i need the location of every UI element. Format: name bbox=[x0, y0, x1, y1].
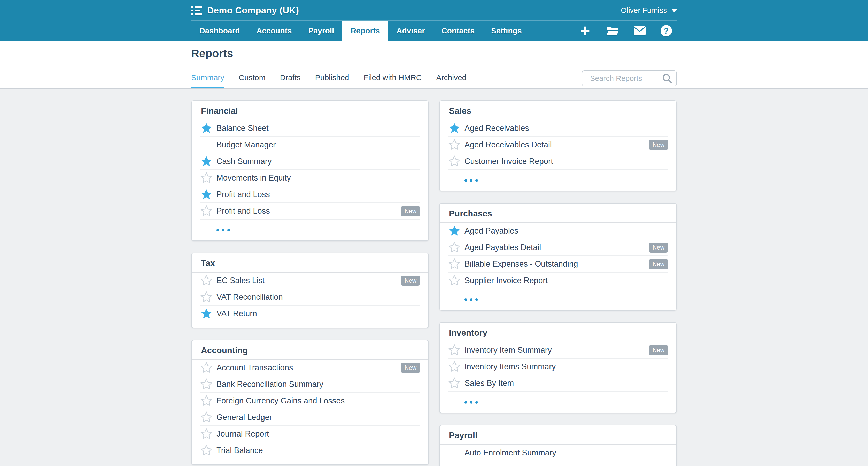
report-item-trial-balance[interactable]: Trial Balance bbox=[200, 442, 420, 459]
report-link[interactable]: Account Transactions bbox=[216, 363, 293, 372]
nav-item-dashboard[interactable]: Dashboard bbox=[191, 21, 248, 41]
favorite-star-outline-icon[interactable] bbox=[200, 172, 213, 184]
favorite-star-filled-icon[interactable] bbox=[200, 308, 213, 320]
report-item-customer-invoice-report[interactable]: Customer Invoice Report bbox=[448, 153, 668, 170]
report-link[interactable]: Inventory Items Summary bbox=[464, 362, 556, 371]
favorite-star-filled-icon[interactable] bbox=[200, 188, 213, 200]
company-name[interactable]: Demo Company (UK) bbox=[207, 5, 299, 16]
tab-custom[interactable]: Custom bbox=[239, 73, 265, 88]
favorite-star-outline-icon[interactable] bbox=[200, 291, 213, 303]
mail-icon[interactable] bbox=[633, 26, 646, 35]
report-link[interactable]: EC Sales List bbox=[216, 276, 265, 285]
favorite-star-outline-icon[interactable] bbox=[448, 344, 461, 356]
user-menu[interactable]: Oliver Furniss bbox=[621, 6, 677, 15]
report-item-billable-expenses-outstanding[interactable]: Billable Expenses - Outstanding New bbox=[448, 256, 668, 272]
report-item-cash-summary[interactable]: Cash Summary bbox=[200, 153, 420, 170]
report-item-aged-payables[interactable]: Aged Payables bbox=[448, 223, 668, 239]
report-item-aged-receivables-detail[interactable]: Aged Receivables Detail New bbox=[448, 137, 668, 153]
nav-item-accounts[interactable]: Accounts bbox=[248, 21, 300, 41]
tab-drafts[interactable]: Drafts bbox=[280, 73, 301, 88]
favorite-star-outline-icon[interactable] bbox=[200, 362, 213, 374]
nav-item-reports[interactable]: Reports bbox=[342, 21, 388, 41]
report-link[interactable]: Auto Enrolment Summary bbox=[464, 448, 556, 458]
report-item-inventory-items-summary[interactable]: Inventory Items Summary bbox=[448, 359, 668, 375]
tab-archived[interactable]: Archived bbox=[436, 73, 467, 88]
favorite-star-outline-icon[interactable] bbox=[448, 258, 461, 270]
report-link[interactable]: Aged Payables bbox=[464, 226, 519, 236]
report-item-general-ledger[interactable]: General Ledger bbox=[200, 409, 420, 426]
favorite-star-outline-icon[interactable] bbox=[200, 378, 213, 390]
report-link[interactable]: Aged Receivables Detail bbox=[464, 140, 552, 149]
favorite-star-outline-icon[interactable] bbox=[448, 274, 461, 287]
favorite-star-outline-icon[interactable] bbox=[200, 395, 213, 407]
favorite-star-outline-icon[interactable] bbox=[200, 428, 213, 440]
show-more-button[interactable] bbox=[440, 170, 676, 191]
report-link[interactable]: Journal Report bbox=[216, 429, 269, 439]
help-icon[interactable]: ? bbox=[660, 25, 672, 37]
report-link[interactable]: Aged Payables Detail bbox=[464, 243, 541, 252]
report-item-aged-receivables[interactable]: Aged Receivables bbox=[448, 120, 668, 137]
report-link[interactable]: Profit and Loss bbox=[216, 190, 270, 199]
report-item-sales-by-item[interactable]: Sales By Item bbox=[448, 375, 668, 392]
report-link[interactable]: Customer Invoice Report bbox=[464, 157, 553, 166]
org-menu-list-icon[interactable] bbox=[191, 6, 202, 15]
show-more-button[interactable] bbox=[440, 392, 676, 413]
report-link[interactable]: Supplier Invoice Report bbox=[464, 276, 548, 285]
report-item-budget-manager[interactable]: Budget Manager bbox=[200, 137, 420, 153]
show-more-button[interactable] bbox=[440, 289, 676, 310]
favorite-star-filled-icon[interactable] bbox=[448, 225, 461, 237]
favorite-star-outline-icon[interactable] bbox=[200, 411, 213, 423]
report-item-supplier-invoice-report[interactable]: Supplier Invoice Report bbox=[448, 272, 668, 289]
report-item-profit-and-loss[interactable]: Profit and Loss New bbox=[200, 203, 420, 220]
report-item-vat-return[interactable]: VAT Return bbox=[200, 306, 420, 322]
nav-item-adviser[interactable]: Adviser bbox=[388, 21, 433, 41]
report-item-ec-sales-list[interactable]: EC Sales List New bbox=[200, 272, 420, 289]
report-link[interactable]: Balance Sheet bbox=[216, 124, 269, 133]
report-link[interactable]: Foreign Currency Gains and Losses bbox=[216, 396, 345, 406]
folder-icon[interactable] bbox=[606, 25, 619, 36]
report-item-vat-reconciliation[interactable]: VAT Reconciliation bbox=[200, 289, 420, 306]
tab-published[interactable]: Published bbox=[315, 73, 349, 88]
report-item-inventory-item-summary[interactable]: Inventory Item Summary New bbox=[448, 342, 668, 359]
favorite-star-outline-icon[interactable] bbox=[448, 241, 461, 254]
report-item-bank-reconciliation-summary[interactable]: Bank Reconciliation Summary bbox=[200, 376, 420, 393]
report-item-movements-in-equity[interactable]: Movements in Equity bbox=[200, 170, 420, 186]
report-item-aged-payables-detail[interactable]: Aged Payables Detail New bbox=[448, 239, 668, 256]
report-item-balance-sheet[interactable]: Balance Sheet bbox=[200, 120, 420, 137]
report-link[interactable]: Billable Expenses - Outstanding bbox=[464, 259, 578, 269]
favorite-star-filled-icon[interactable] bbox=[200, 155, 213, 167]
favorite-star-outline-icon[interactable] bbox=[448, 377, 461, 389]
report-item-journal-report[interactable]: Journal Report bbox=[200, 426, 420, 442]
search-input[interactable] bbox=[582, 70, 677, 86]
favorite-star-filled-icon[interactable] bbox=[200, 122, 213, 134]
report-link[interactable]: Cash Summary bbox=[216, 157, 272, 166]
report-link[interactable]: Aged Receivables bbox=[464, 124, 529, 133]
report-link[interactable]: Trial Balance bbox=[216, 446, 263, 455]
report-link[interactable]: Budget Manager bbox=[216, 140, 276, 149]
tab-summary[interactable]: Summary bbox=[191, 73, 224, 88]
favorite-star-filled-icon[interactable] bbox=[448, 122, 461, 134]
report-item-auto-enrolment-summary[interactable]: Auto Enrolment Summary bbox=[448, 445, 668, 461]
favorite-star-outline-icon[interactable] bbox=[200, 205, 213, 217]
report-link[interactable]: Sales By Item bbox=[464, 379, 514, 388]
favorite-star-outline-icon[interactable] bbox=[448, 155, 461, 167]
show-more-button[interactable] bbox=[192, 220, 428, 240]
report-link[interactable]: VAT Reconciliation bbox=[216, 292, 283, 302]
report-link[interactable]: Movements in Equity bbox=[216, 173, 291, 182]
favorite-star-outline-icon[interactable] bbox=[448, 139, 461, 151]
report-item-foreign-currency-gains-and-losses[interactable]: Foreign Currency Gains and Losses bbox=[200, 393, 420, 409]
tab-filed-with-hmrc[interactable]: Filed with HMRC bbox=[364, 73, 422, 88]
nav-item-settings[interactable]: Settings bbox=[483, 21, 530, 41]
report-item-profit-and-loss[interactable]: Profit and Loss bbox=[200, 186, 420, 203]
favorite-star-outline-icon[interactable] bbox=[448, 361, 461, 373]
nav-item-contacts[interactable]: Contacts bbox=[433, 21, 483, 41]
report-link[interactable]: Inventory Item Summary bbox=[464, 346, 552, 355]
favorite-star-outline-icon[interactable] bbox=[200, 274, 213, 287]
report-link[interactable]: VAT Return bbox=[216, 309, 257, 318]
report-item-account-transactions[interactable]: Account Transactions New bbox=[200, 360, 420, 376]
report-link[interactable]: General Ledger bbox=[216, 413, 272, 422]
plus-icon[interactable] bbox=[579, 25, 591, 37]
nav-item-payroll[interactable]: Payroll bbox=[300, 21, 342, 41]
report-link[interactable]: Profit and Loss bbox=[216, 206, 270, 216]
report-link[interactable]: Bank Reconciliation Summary bbox=[216, 380, 323, 389]
